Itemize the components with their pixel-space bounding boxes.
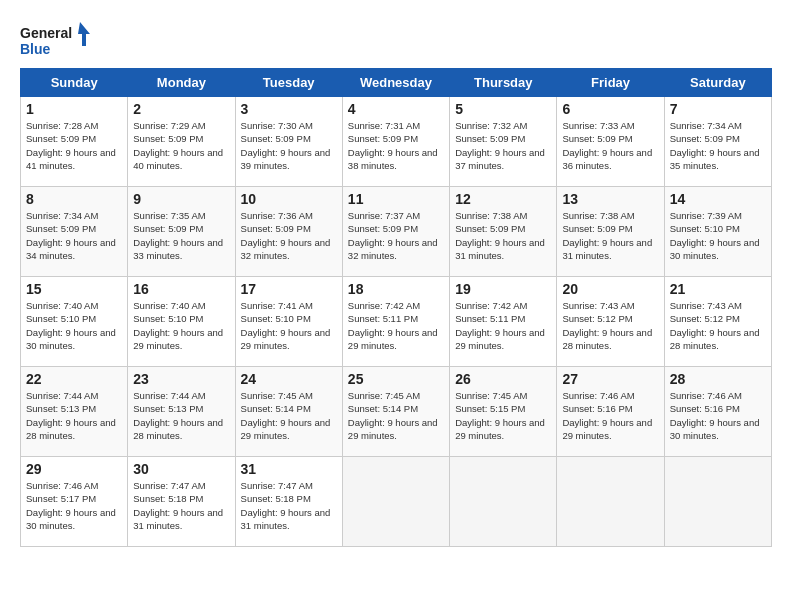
day-info: Sunrise: 7:39 AM Sunset: 5:10 PM Dayligh…	[670, 209, 766, 262]
empty-cell	[557, 457, 664, 547]
day-number: 7	[670, 101, 766, 117]
day-info: Sunrise: 7:35 AM Sunset: 5:09 PM Dayligh…	[133, 209, 229, 262]
day-info: Sunrise: 7:43 AM Sunset: 5:12 PM Dayligh…	[670, 299, 766, 352]
day-info: Sunrise: 7:31 AM Sunset: 5:09 PM Dayligh…	[348, 119, 444, 172]
day-cell-3: 3 Sunrise: 7:30 AM Sunset: 5:09 PM Dayli…	[235, 97, 342, 187]
day-info: Sunrise: 7:29 AM Sunset: 5:09 PM Dayligh…	[133, 119, 229, 172]
day-number: 31	[241, 461, 337, 477]
day-info: Sunrise: 7:47 AM Sunset: 5:18 PM Dayligh…	[133, 479, 229, 532]
day-info: Sunrise: 7:40 AM Sunset: 5:10 PM Dayligh…	[26, 299, 122, 352]
day-cell-4: 4 Sunrise: 7:31 AM Sunset: 5:09 PM Dayli…	[342, 97, 449, 187]
week-row-3: 15 Sunrise: 7:40 AM Sunset: 5:10 PM Dayl…	[21, 277, 772, 367]
day-number: 12	[455, 191, 551, 207]
svg-text:Blue: Blue	[20, 41, 51, 57]
empty-cell	[342, 457, 449, 547]
day-number: 5	[455, 101, 551, 117]
weekday-header-sunday: Sunday	[21, 69, 128, 97]
day-cell-29: 29 Sunrise: 7:46 AM Sunset: 5:17 PM Dayl…	[21, 457, 128, 547]
day-info: Sunrise: 7:32 AM Sunset: 5:09 PM Dayligh…	[455, 119, 551, 172]
day-number: 30	[133, 461, 229, 477]
day-info: Sunrise: 7:40 AM Sunset: 5:10 PM Dayligh…	[133, 299, 229, 352]
day-cell-26: 26 Sunrise: 7:45 AM Sunset: 5:15 PM Dayl…	[450, 367, 557, 457]
day-cell-22: 22 Sunrise: 7:44 AM Sunset: 5:13 PM Dayl…	[21, 367, 128, 457]
day-cell-30: 30 Sunrise: 7:47 AM Sunset: 5:18 PM Dayl…	[128, 457, 235, 547]
day-cell-28: 28 Sunrise: 7:46 AM Sunset: 5:16 PM Dayl…	[664, 367, 771, 457]
day-number: 28	[670, 371, 766, 387]
day-number: 26	[455, 371, 551, 387]
day-info: Sunrise: 7:45 AM Sunset: 5:14 PM Dayligh…	[241, 389, 337, 442]
day-info: Sunrise: 7:44 AM Sunset: 5:13 PM Dayligh…	[26, 389, 122, 442]
day-cell-7: 7 Sunrise: 7:34 AM Sunset: 5:09 PM Dayli…	[664, 97, 771, 187]
weekday-header-wednesday: Wednesday	[342, 69, 449, 97]
day-number: 1	[26, 101, 122, 117]
week-row-2: 8 Sunrise: 7:34 AM Sunset: 5:09 PM Dayli…	[21, 187, 772, 277]
day-cell-23: 23 Sunrise: 7:44 AM Sunset: 5:13 PM Dayl…	[128, 367, 235, 457]
day-number: 23	[133, 371, 229, 387]
empty-cell	[664, 457, 771, 547]
day-cell-21: 21 Sunrise: 7:43 AM Sunset: 5:12 PM Dayl…	[664, 277, 771, 367]
week-row-1: 1 Sunrise: 7:28 AM Sunset: 5:09 PM Dayli…	[21, 97, 772, 187]
weekday-header-friday: Friday	[557, 69, 664, 97]
day-cell-2: 2 Sunrise: 7:29 AM Sunset: 5:09 PM Dayli…	[128, 97, 235, 187]
day-number: 15	[26, 281, 122, 297]
day-info: Sunrise: 7:33 AM Sunset: 5:09 PM Dayligh…	[562, 119, 658, 172]
day-number: 24	[241, 371, 337, 387]
day-cell-5: 5 Sunrise: 7:32 AM Sunset: 5:09 PM Dayli…	[450, 97, 557, 187]
day-cell-6: 6 Sunrise: 7:33 AM Sunset: 5:09 PM Dayli…	[557, 97, 664, 187]
logo-svg: General Blue	[20, 20, 90, 60]
logo: General Blue	[20, 20, 90, 60]
day-number: 9	[133, 191, 229, 207]
day-number: 20	[562, 281, 658, 297]
day-number: 22	[26, 371, 122, 387]
empty-cell	[450, 457, 557, 547]
day-info: Sunrise: 7:47 AM Sunset: 5:18 PM Dayligh…	[241, 479, 337, 532]
day-info: Sunrise: 7:28 AM Sunset: 5:09 PM Dayligh…	[26, 119, 122, 172]
day-info: Sunrise: 7:30 AM Sunset: 5:09 PM Dayligh…	[241, 119, 337, 172]
day-cell-20: 20 Sunrise: 7:43 AM Sunset: 5:12 PM Dayl…	[557, 277, 664, 367]
weekday-header-row: SundayMondayTuesdayWednesdayThursdayFrid…	[21, 69, 772, 97]
day-cell-1: 1 Sunrise: 7:28 AM Sunset: 5:09 PM Dayli…	[21, 97, 128, 187]
week-row-5: 29 Sunrise: 7:46 AM Sunset: 5:17 PM Dayl…	[21, 457, 772, 547]
day-info: Sunrise: 7:43 AM Sunset: 5:12 PM Dayligh…	[562, 299, 658, 352]
day-number: 19	[455, 281, 551, 297]
day-info: Sunrise: 7:42 AM Sunset: 5:11 PM Dayligh…	[348, 299, 444, 352]
day-cell-18: 18 Sunrise: 7:42 AM Sunset: 5:11 PM Dayl…	[342, 277, 449, 367]
day-info: Sunrise: 7:45 AM Sunset: 5:14 PM Dayligh…	[348, 389, 444, 442]
day-info: Sunrise: 7:38 AM Sunset: 5:09 PM Dayligh…	[562, 209, 658, 262]
weekday-header-tuesday: Tuesday	[235, 69, 342, 97]
day-info: Sunrise: 7:38 AM Sunset: 5:09 PM Dayligh…	[455, 209, 551, 262]
day-number: 25	[348, 371, 444, 387]
day-info: Sunrise: 7:34 AM Sunset: 5:09 PM Dayligh…	[26, 209, 122, 262]
day-number: 17	[241, 281, 337, 297]
day-info: Sunrise: 7:36 AM Sunset: 5:09 PM Dayligh…	[241, 209, 337, 262]
day-cell-11: 11 Sunrise: 7:37 AM Sunset: 5:09 PM Dayl…	[342, 187, 449, 277]
day-number: 8	[26, 191, 122, 207]
day-number: 27	[562, 371, 658, 387]
svg-marker-2	[78, 22, 90, 46]
day-cell-16: 16 Sunrise: 7:40 AM Sunset: 5:10 PM Dayl…	[128, 277, 235, 367]
day-info: Sunrise: 7:42 AM Sunset: 5:11 PM Dayligh…	[455, 299, 551, 352]
day-info: Sunrise: 7:37 AM Sunset: 5:09 PM Dayligh…	[348, 209, 444, 262]
day-cell-17: 17 Sunrise: 7:41 AM Sunset: 5:10 PM Dayl…	[235, 277, 342, 367]
day-number: 13	[562, 191, 658, 207]
day-info: Sunrise: 7:41 AM Sunset: 5:10 PM Dayligh…	[241, 299, 337, 352]
day-info: Sunrise: 7:45 AM Sunset: 5:15 PM Dayligh…	[455, 389, 551, 442]
day-number: 11	[348, 191, 444, 207]
day-info: Sunrise: 7:34 AM Sunset: 5:09 PM Dayligh…	[670, 119, 766, 172]
calendar-table: SundayMondayTuesdayWednesdayThursdayFrid…	[20, 68, 772, 547]
weekday-header-saturday: Saturday	[664, 69, 771, 97]
day-number: 14	[670, 191, 766, 207]
day-cell-15: 15 Sunrise: 7:40 AM Sunset: 5:10 PM Dayl…	[21, 277, 128, 367]
day-number: 21	[670, 281, 766, 297]
day-info: Sunrise: 7:44 AM Sunset: 5:13 PM Dayligh…	[133, 389, 229, 442]
day-cell-9: 9 Sunrise: 7:35 AM Sunset: 5:09 PM Dayli…	[128, 187, 235, 277]
day-info: Sunrise: 7:46 AM Sunset: 5:17 PM Dayligh…	[26, 479, 122, 532]
day-info: Sunrise: 7:46 AM Sunset: 5:16 PM Dayligh…	[670, 389, 766, 442]
day-number: 10	[241, 191, 337, 207]
day-cell-27: 27 Sunrise: 7:46 AM Sunset: 5:16 PM Dayl…	[557, 367, 664, 457]
day-number: 29	[26, 461, 122, 477]
day-cell-31: 31 Sunrise: 7:47 AM Sunset: 5:18 PM Dayl…	[235, 457, 342, 547]
day-number: 6	[562, 101, 658, 117]
day-cell-10: 10 Sunrise: 7:36 AM Sunset: 5:09 PM Dayl…	[235, 187, 342, 277]
weekday-header-thursday: Thursday	[450, 69, 557, 97]
